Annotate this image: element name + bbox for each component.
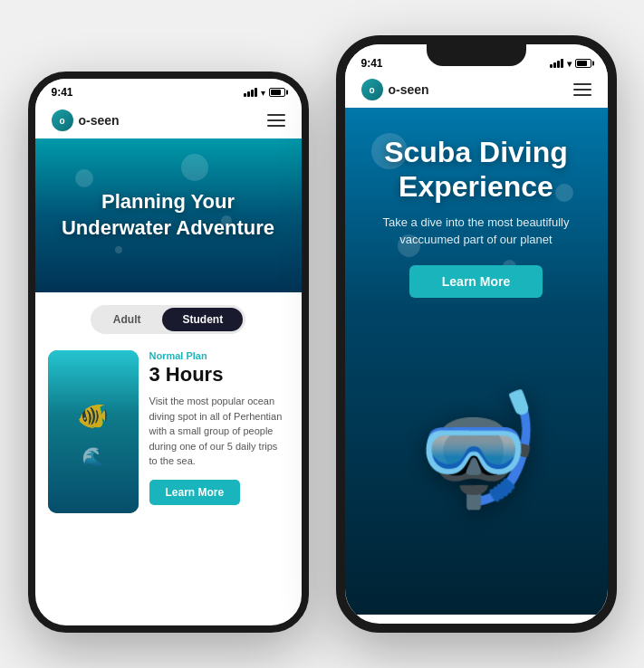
status-icons-large: ▾ (550, 59, 591, 69)
hero-content-small: Planning Your Underwater Adventure (35, 138, 302, 292)
status-time-large: 9:41 (361, 57, 383, 70)
signal-icon-small (244, 88, 257, 97)
toggle-adult[interactable]: Adult (93, 308, 161, 331)
logo-text-small: o-seen (79, 113, 120, 128)
hero-small: Planning Your Underwater Adventure (35, 138, 302, 292)
hero-title-large: Scuba Diving Experience (363, 135, 590, 205)
logo-large: o o-seen (361, 79, 429, 100)
status-time-small: 9:41 (52, 86, 73, 99)
hamburger-menu-small[interactable] (267, 114, 285, 127)
logo-text-large: o-seen (389, 82, 429, 97)
status-bar-small: 9:41 ▾ (35, 79, 302, 102)
battery-icon-large (575, 59, 591, 68)
card-section: Normal Plan 3 Hours Visit the most popul… (35, 347, 302, 526)
toggle-student[interactable]: Student (162, 308, 243, 331)
toggle-section: Adult Student (35, 292, 302, 347)
notch-large (427, 44, 526, 66)
hero-title-small: Planning Your Underwater Adventure (53, 189, 284, 241)
card-img-inner (48, 350, 139, 513)
scene: 9:41 ▾ o o-seen (0, 0, 644, 668)
hero-large: 🤿 Scuba Diving Experience Take a dive in… (345, 108, 608, 615)
card-image (48, 350, 139, 513)
card-plan-desc: Visit the most popular ocean diving spot… (149, 394, 289, 469)
hero-subtitle-large: Take a dive into the most beautifully va… (363, 214, 590, 249)
toggle-wrap: Adult Student (91, 305, 245, 334)
signal-icon-large (550, 59, 563, 68)
logo-circle-small: o (52, 110, 73, 131)
nav-bar-small: o o-seen (35, 102, 302, 138)
card-content: Normal Plan 3 Hours Visit the most popul… (149, 350, 289, 513)
wifi-icon-small: ▾ (261, 88, 265, 98)
nav-bar-large: o o-seen (345, 72, 608, 108)
card-plan-title: 3 Hours (149, 363, 289, 386)
hamburger-menu-large[interactable] (573, 83, 591, 96)
logo-small: o o-seen (52, 110, 120, 131)
logo-circle-large: o (361, 79, 383, 100)
hero-learn-more-button[interactable]: Learn More (409, 265, 543, 298)
status-icons-small: ▾ (244, 88, 285, 98)
hero-content-large: Scuba Diving Experience Take a dive into… (345, 108, 608, 615)
phone-large: 9:41 ▾ o o-seen (336, 35, 617, 633)
battery-icon-small (269, 88, 285, 97)
card-learn-more-button[interactable]: Learn More (149, 480, 241, 505)
phone-small: 9:41 ▾ o o-seen (28, 72, 309, 633)
wifi-icon-large: ▾ (567, 59, 572, 69)
card-plan-label: Normal Plan (149, 350, 289, 361)
